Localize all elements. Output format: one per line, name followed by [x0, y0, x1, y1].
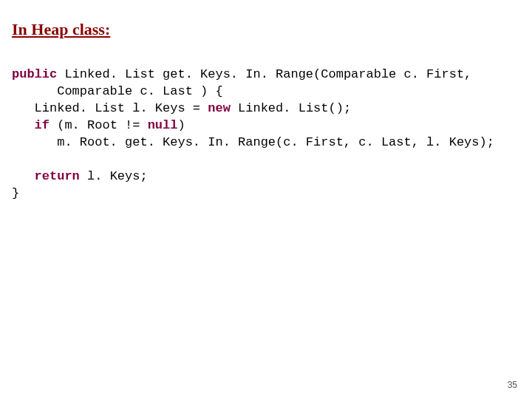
slide-heading: In Heap class: [12, 20, 110, 39]
code-text: } [12, 186, 19, 200]
code-text: (m. Root != [50, 118, 148, 132]
page-number: 35 [508, 380, 517, 390]
keyword-null: null [148, 118, 178, 132]
keyword-public: public [12, 67, 57, 81]
code-text: m. Root. get. Keys. In. Range(c. First, … [12, 135, 494, 149]
code-text: l. Keys; [80, 169, 148, 183]
code-text [12, 118, 35, 132]
code-text: ) [177, 118, 185, 132]
code-text: Comparable c. Last ) { [12, 84, 223, 98]
keyword-if: if [35, 118, 50, 132]
code-text [12, 169, 35, 183]
code-text: Linked. List l. Keys = [12, 101, 208, 115]
code-text: Linked. List get. Keys. In. Range(Compar… [57, 67, 471, 81]
keyword-new: new [208, 101, 231, 115]
code-block: public Linked. List get. Keys. In. Range… [12, 66, 510, 202]
code-text: Linked. List(); [231, 101, 351, 115]
keyword-return: return [35, 169, 80, 183]
slide: In Heap class: public Linked. List get. … [0, 0, 532, 399]
